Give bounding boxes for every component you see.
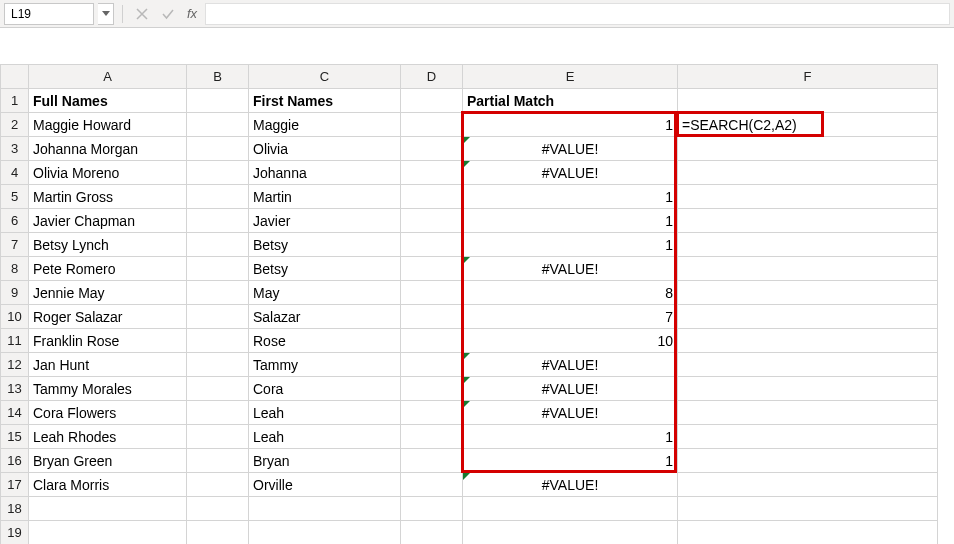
accept-formula-button[interactable] [157,3,179,25]
col-header-F[interactable]: F [678,65,938,89]
cell-C12[interactable]: Tammy [249,353,401,377]
cell-F10[interactable] [678,305,938,329]
cell-C9[interactable]: May [249,281,401,305]
cell-F3[interactable] [678,137,938,161]
cell-C16[interactable]: Bryan [249,449,401,473]
cell-A12[interactable]: Jan Hunt [29,353,187,377]
cell-F16[interactable] [678,449,938,473]
cell-C8[interactable]: Betsy [249,257,401,281]
cell-E12[interactable]: #VALUE! [463,353,678,377]
cell-B5[interactable] [187,185,249,209]
cell-B9[interactable] [187,281,249,305]
cell-D7[interactable] [401,233,463,257]
cell-D3[interactable] [401,137,463,161]
cell-A8[interactable]: Pete Romero [29,257,187,281]
cell-A10[interactable]: Roger Salazar [29,305,187,329]
cell-D12[interactable] [401,353,463,377]
cell-C5[interactable]: Martin [249,185,401,209]
cell-E15[interactable]: 1 [463,425,678,449]
row-header[interactable]: 7 [1,233,29,257]
row-header[interactable]: 15 [1,425,29,449]
cell-A16[interactable]: Bryan Green [29,449,187,473]
cell-D6[interactable] [401,209,463,233]
cell-E19[interactable] [463,521,678,545]
cell-E3[interactable]: #VALUE! [463,137,678,161]
cell-B12[interactable] [187,353,249,377]
select-all-corner[interactable] [1,65,29,89]
cell-C17[interactable]: Orville [249,473,401,497]
cell-E14[interactable]: #VALUE! [463,401,678,425]
row-header[interactable]: 4 [1,161,29,185]
cell-A6[interactable]: Javier Chapman [29,209,187,233]
cell-F4[interactable] [678,161,938,185]
cell-F7[interactable] [678,233,938,257]
cell-B15[interactable] [187,425,249,449]
row-header[interactable]: 19 [1,521,29,545]
col-header-D[interactable]: D [401,65,463,89]
col-header-A[interactable]: A [29,65,187,89]
cell-F13[interactable] [678,377,938,401]
cell-F5[interactable] [678,185,938,209]
cell-A5[interactable]: Martin Gross [29,185,187,209]
cell-C10[interactable]: Salazar [249,305,401,329]
row-header[interactable]: 14 [1,401,29,425]
row-header[interactable]: 2 [1,113,29,137]
cell-D5[interactable] [401,185,463,209]
cell-D13[interactable] [401,377,463,401]
cell-D18[interactable] [401,497,463,521]
cell-E2[interactable]: 1 [463,113,678,137]
cell-A1[interactable]: Full Names [29,89,187,113]
cell-C7[interactable]: Betsy [249,233,401,257]
row-header[interactable]: 13 [1,377,29,401]
cell-D11[interactable] [401,329,463,353]
cell-C1[interactable]: First Names [249,89,401,113]
cell-F8[interactable] [678,257,938,281]
cell-C11[interactable]: Rose [249,329,401,353]
cell-F18[interactable] [678,497,938,521]
row-header[interactable]: 1 [1,89,29,113]
cell-C15[interactable]: Leah [249,425,401,449]
cell-B16[interactable] [187,449,249,473]
cell-A9[interactable]: Jennie May [29,281,187,305]
cell-E11[interactable]: 10 [463,329,678,353]
cell-B11[interactable] [187,329,249,353]
cell-F1[interactable] [678,89,938,113]
cell-B10[interactable] [187,305,249,329]
cell-B13[interactable] [187,377,249,401]
col-header-B[interactable]: B [187,65,249,89]
name-box[interactable]: L19 [4,3,94,25]
cell-C19[interactable] [249,521,401,545]
cell-D4[interactable] [401,161,463,185]
cell-F19[interactable] [678,521,938,545]
row-header[interactable]: 5 [1,185,29,209]
cell-D9[interactable] [401,281,463,305]
cell-B2[interactable] [187,113,249,137]
cell-F11[interactable] [678,329,938,353]
cell-B18[interactable] [187,497,249,521]
cell-E1[interactable]: Partial Match [463,89,678,113]
cell-D8[interactable] [401,257,463,281]
cell-C13[interactable]: Cora [249,377,401,401]
cell-D16[interactable] [401,449,463,473]
cell-A19[interactable] [29,521,187,545]
row-header[interactable]: 12 [1,353,29,377]
cell-A7[interactable]: Betsy Lynch [29,233,187,257]
name-box-dropdown[interactable] [98,3,114,25]
cell-B14[interactable] [187,401,249,425]
fx-label[interactable]: fx [183,6,201,21]
cell-B19[interactable] [187,521,249,545]
cell-E16[interactable]: 1 [463,449,678,473]
cell-A11[interactable]: Franklin Rose [29,329,187,353]
cell-A3[interactable]: Johanna Morgan [29,137,187,161]
row-header[interactable]: 11 [1,329,29,353]
cell-C4[interactable]: Johanna [249,161,401,185]
cell-B3[interactable] [187,137,249,161]
cell-B17[interactable] [187,473,249,497]
cell-F14[interactable] [678,401,938,425]
cell-C18[interactable] [249,497,401,521]
row-header[interactable]: 16 [1,449,29,473]
col-header-C[interactable]: C [249,65,401,89]
cell-E9[interactable]: 8 [463,281,678,305]
row-header[interactable]: 6 [1,209,29,233]
cell-E17[interactable]: #VALUE! [463,473,678,497]
